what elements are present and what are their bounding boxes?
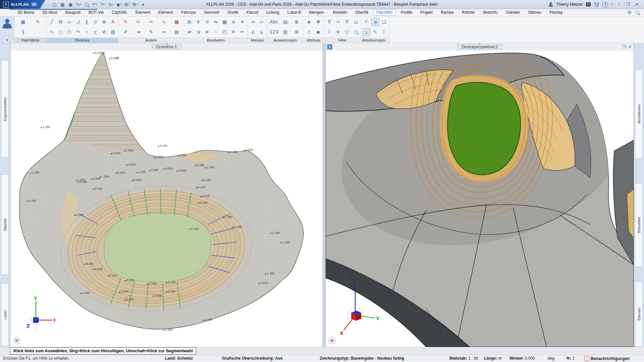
pan-navigation-button[interactable] <box>13 337 20 344</box>
ribbon-report-button[interactable]: ▤ <box>281 18 289 26</box>
ribbon-draw-rectangle-button[interactable]: ▭ <box>65 18 73 26</box>
menu-tab-element-6[interactable]: Element <box>155 9 176 15</box>
panel-tab-layer[interactable]: Layer <box>1 283 9 346</box>
viewport-3d-tab[interactable]: Zentralperspektive:2 <box>457 44 502 50</box>
status-length-unit[interactable]: Länge: m <box>484 356 502 361</box>
ribbon-modify-pen-button[interactable]: ✎ <box>122 18 129 26</box>
maximize-button[interactable]: ❐ <box>625 2 631 7</box>
ribbon-modify-edit-doc-button[interactable]: ✎ <box>147 28 155 36</box>
ribbon-attribute-assign-button[interactable]: ◈ <box>305 18 313 26</box>
ribbon-copy-button[interactable]: ⊞ <box>185 18 193 26</box>
minimize-button[interactable]: – <box>616 2 622 7</box>
menu-tab-fahrspu-7[interactable]: Fahrspu <box>178 9 199 15</box>
perspective-canvas[interactable]: Z Y X <box>326 51 634 347</box>
plan-canvas[interactable]: 0.0000.9001.3001.3001.3001.3001.3001.300… <box>10 51 323 347</box>
ribbon-draw-curve-button[interactable]: N <box>57 18 64 26</box>
ribbon-scale-button[interactable]: ⇲ <box>194 28 202 36</box>
menu-tab-rampe-19[interactable]: Rampe <box>438 9 457 15</box>
ribbon-modify-knife-button[interactable]: ✄ <box>135 18 142 26</box>
user-avatar-icon[interactable] <box>548 2 553 7</box>
ribbon-filter-lock-button[interactable]: ∇ <box>343 18 351 26</box>
ribbon-label-abc-button[interactable]: Abc <box>270 18 278 26</box>
ribbon-draw-line-button[interactable]: ╱ <box>48 18 56 26</box>
status-angle-unit[interactable]: deg <box>548 356 554 361</box>
ribbon-modify-block-button[interactable]: ▦ <box>173 18 180 26</box>
ribbon-sum-functions-button[interactable]: Σ <box>380 28 388 36</box>
ribbon-filter-polygon-button[interactable]: ⬠ <box>343 28 351 36</box>
ribbon-modify-snap-button[interactable]: ⇥ <box>135 28 142 36</box>
qa-find-button[interactable] <box>83 1 91 8</box>
ribbon-draw-polygon-button[interactable]: ⬡ <box>65 28 73 36</box>
menu-tab-st-nder-22[interactable]: Ständer <box>503 9 523 15</box>
viewport-maximize-icon[interactable]: ❐ <box>622 44 626 50</box>
ribbon-legend-button[interactable]: ▥ <box>281 28 289 36</box>
status-percent[interactable]: %: 1 <box>566 356 575 361</box>
menu-tab-rohrlei-20[interactable]: Rohrlei <box>459 9 478 15</box>
ribbon-draw-angle-button[interactable]: ◿ <box>74 18 82 26</box>
ribbon-distribute-button[interactable]: ⋯ <box>212 28 220 36</box>
menu-tab-modelln-14[interactable]: Modelln <box>330 9 350 15</box>
ribbon-filter-union-button[interactable]: ⊔ <box>352 18 360 26</box>
ribbon-page-assistant-button[interactable]: ❏ <box>380 18 388 26</box>
ribbon-modify-chart-button[interactable]: ≈ <box>160 28 168 36</box>
ribbon-draw-hatch-button[interactable]: // <box>92 18 99 26</box>
ribbon-measure-angle-button[interactable]: ∠ <box>249 28 257 36</box>
ribbon-move-button[interactable]: ✛ <box>194 18 202 26</box>
ribbon-measure-area-button[interactable]: ▱ <box>258 18 266 26</box>
qa-update-button[interactable]: ↻▾ <box>107 1 115 8</box>
ribbon-modify-scissors-button[interactable]: ✂ <box>147 18 155 26</box>
ribbon-delete-button[interactable]: ✕ <box>230 28 237 36</box>
ribbon-draw-arc-button[interactable]: ↷ <box>74 28 82 36</box>
ribbon-draw-circle-slash-button[interactable]: ⊘ <box>100 28 108 36</box>
menu-tab-geometr-8[interactable]: Geometr <box>201 9 223 15</box>
ribbon-explode-button[interactable]: ✶ <box>238 18 246 26</box>
close-button[interactable]: ✕ <box>634 2 640 7</box>
ribbon-filter-stack-button[interactable]: ≋ <box>334 28 342 36</box>
ribbon-axes-rotate-button[interactable]: ↶ <box>363 18 370 26</box>
ribbon-draw-point-symbol-button[interactable]: ⊕ <box>100 18 108 26</box>
menu-tab-planlay-24[interactable]: Planlay <box>546 9 566 15</box>
help-caret-icon[interactable]: ▾ <box>611 3 613 6</box>
qa-edit-note-button[interactable]: ✎▾ <box>75 1 83 8</box>
menu-tab-bcf-vie-3[interactable]: BCF-Vie <box>86 9 107 15</box>
gear-icon[interactable]: ⚙ <box>627 10 632 15</box>
ribbon-draw-scurve-button[interactable]: ς <box>92 28 99 36</box>
ribbon-avatar[interactable]: ▾ <box>0 16 15 43</box>
qa-project-navigator-button[interactable]: ◫ <box>51 1 58 8</box>
ribbon-attribute-transfer-button[interactable]: ◇ <box>305 28 313 36</box>
qa-redo-button[interactable]: ↷▾ <box>99 1 107 8</box>
panel-tab-assistenten[interactable]: Assistenten <box>635 69 643 159</box>
help-button[interactable]: ? <box>602 2 608 7</box>
shop-cart-icon[interactable] <box>594 2 599 7</box>
menu-tab-lokal-b-12[interactable]: Lokal-B <box>284 9 304 15</box>
qa-customize-button[interactable]: ▾ <box>139 1 147 8</box>
search-icon[interactable] <box>636 11 639 14</box>
ribbon-select-pointer-button[interactable]: ↖ <box>371 28 379 36</box>
ribbon-filter-activate-button[interactable]: ∇ <box>325 18 333 26</box>
qa-view-button[interactable]: ◉▾ <box>115 1 123 8</box>
status-graphic-override[interactable]: Grafische Überschreibung: Aus <box>222 356 283 361</box>
panel-tab-bibliothek[interactable]: Bibliothek <box>635 183 643 267</box>
qa-windows-button[interactable]: ⊞▾ <box>123 1 131 8</box>
status-drawing-type[interactable]: Zeichnungstyp: Baueingabe - Neubau farbi… <box>320 356 404 361</box>
viewport-plan-tab[interactable]: Grundriss:1 <box>152 44 181 50</box>
qa-save-button[interactable]: ▣ <box>67 1 74 8</box>
ribbon-modify-brush-button[interactable]: ✐ <box>122 28 129 36</box>
qa-task-board-button[interactable]: ▦ <box>59 1 66 8</box>
status-angle[interactable]: Winkel: 0.000 <box>509 356 535 361</box>
ribbon-draw-spline-button[interactable]: ∿ <box>48 28 56 36</box>
ribbon-trim-button[interactable]: ✂ <box>238 28 246 36</box>
ribbon-filter-pipette-button[interactable]: ✑ <box>334 18 342 26</box>
menu-tab-projekt-18[interactable]: Projekt <box>417 9 436 15</box>
menu-tab-profilb-17[interactable]: Profilb <box>398 9 415 15</box>
menu-tab-citygml-4[interactable]: CityGML <box>109 9 130 15</box>
ribbon-attribute-modify-button[interactable]: ❖ <box>314 18 322 26</box>
license-icon[interactable] <box>586 2 591 6</box>
menu-tab-stilman-23[interactable]: Stilman <box>525 9 544 15</box>
menu-tab-3d-bema-0[interactable]: 3D Bema <box>14 9 37 15</box>
pan-navigation-button[interactable] <box>328 337 336 344</box>
ribbon-array-button[interactable]: ▦ <box>221 18 228 26</box>
menu-tab-baugrub-2[interactable]: Baugrub <box>62 9 84 15</box>
ribbon-mirror-button[interactable]: ⇋ <box>212 18 220 26</box>
viewport-close-icon[interactable]: ✕ <box>628 44 632 50</box>
